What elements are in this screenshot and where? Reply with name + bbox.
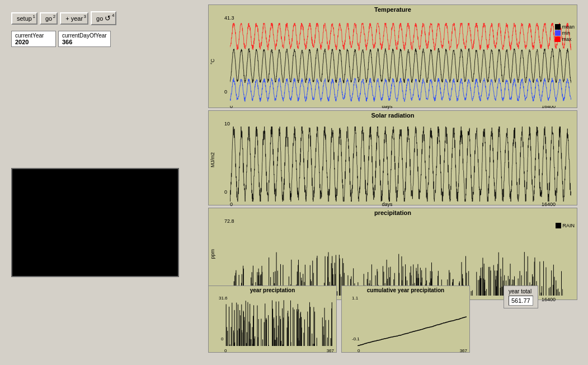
temp-y-min: 0 [224,89,227,95]
solar-y-max: 10 [224,121,230,127]
year-precip-chart: year preciptation 31.6 0 0 367 [208,286,337,353]
info-boxes: currentYear 2020 currentDayOfYear 366 [11,31,116,47]
temp-y-max: 41.3 [224,15,234,21]
current-year-label: currentYear [15,32,52,39]
solar-title: Solar radiation [209,111,577,120]
charts-area: Temperature 41.3 0 °C mean min max 0 day… [208,4,577,302]
solar-y-min: 0 [224,189,227,195]
year-total-label: year total [509,288,533,294]
precip-y-max: 72.8 [224,218,234,224]
cumul-x-min: 0 [357,348,360,353]
cumulative-title: cumulative year precipitation [342,286,469,294]
current-year-box: currentYear 2020 [11,31,56,47]
go-button-1[interactable]: go 2 [40,12,58,25]
bottom-charts: year preciptation 31.6 0 0 367 cumulativ… [208,286,470,353]
temperature-title: Temperature [209,5,577,14]
year-precip-x-max: 367 [327,348,334,353]
solar-y-label: MJ/m2 [210,152,215,167]
setup-label: setup [17,15,32,22]
precip-x-max: 16400 [542,297,556,302]
cumul-x-max: 367 [460,348,467,353]
step-buttons: setup 1 go 2 + year 3 go 4 ↺ [11,11,116,25]
black-display-panel [11,168,179,277]
year-precip-y-max: 31.6 [219,296,228,301]
temp-y-label: °C [210,59,215,64]
cumulative-chart: cumulative year precipitation 1.1 -0.1 0… [341,286,470,353]
step1-num: 1 [32,14,35,19]
refresh-icon: ↺ [105,14,111,22]
precip-y-label: ppm [210,249,215,259]
current-year-value: 2020 [15,39,52,45]
step2-num: 2 [53,14,55,19]
cumul-y-min: -0.1 [352,336,360,341]
temp-legend: mean min max [555,24,575,43]
step3-num: 3 [84,14,86,19]
year-total-value: 561.77 [509,296,533,306]
year-precip-x-min: 0 [224,348,227,353]
year-total-box: year total 561.77 [504,286,538,308]
plusyear-label: + year [65,15,83,22]
current-day-box: currentDayOfYear 366 [58,31,111,47]
year-precip-title: year preciptation [209,286,336,294]
go2-label: go [96,15,103,22]
solar-x-label: days [382,202,392,207]
plus-year-button[interactable]: + year 3 [60,12,88,25]
year-precip-y-min: 0 [221,336,223,341]
solar-chart: Solar radiation 10 0 MJ/m2 0 days 16400 [208,110,577,205]
current-day-label: currentDayOfYear [62,32,107,39]
setup-button[interactable]: setup 1 [11,12,37,25]
current-day-value: 366 [62,39,107,45]
go1-label: go [45,15,52,22]
solar-x-min: 0 [230,202,233,207]
go-button-2[interactable]: go 4 ↺ [91,11,116,25]
controls-panel: setup 1 go 2 + year 3 go 4 ↺ currentYear… [11,11,116,47]
cumul-y-max: 1.1 [352,296,358,301]
solar-x-max: 16400 [542,202,556,207]
precip-title: precipitation [209,208,577,217]
step4-num: 4 [112,13,114,18]
temperature-chart: Temperature 41.3 0 °C mean min max 0 day… [208,4,577,108]
